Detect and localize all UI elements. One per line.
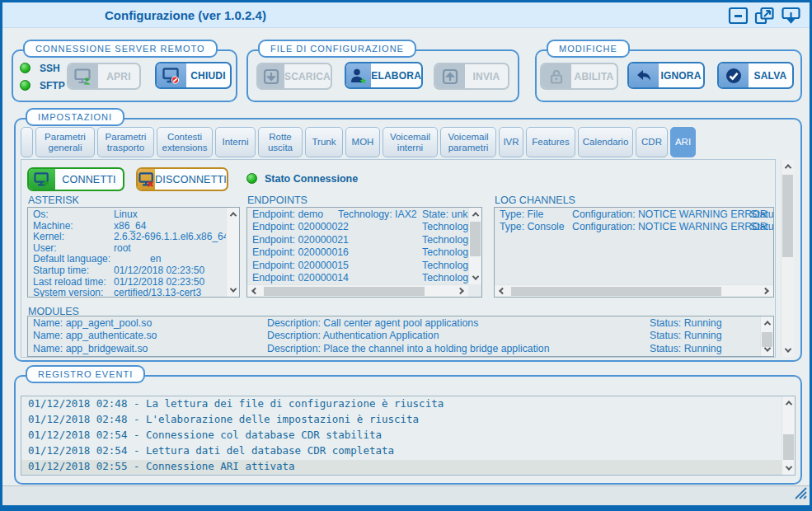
log-channels-hscrollbar[interactable] [495,284,773,297]
scroll-left-icon[interactable] [499,288,505,294]
list-row[interactable]: Name: app_bridgewait.soDescription: Plac… [28,343,760,355]
scarica-label: SCARICA [284,64,331,88]
ssh-label: SSH [40,63,60,74]
scroll-down-icon[interactable] [472,273,479,279]
tab-features[interactable]: Features [526,127,575,157]
apri-button[interactable]: APRI [67,63,141,90]
scroll-thumb[interactable] [782,175,793,257]
scroll-up-icon[interactable] [764,321,771,327]
scroll-down-icon[interactable] [764,345,771,351]
scroll-thumb[interactable] [783,434,794,460]
tab-label: Trunk [312,137,336,148]
maximize-popout-icon[interactable] [754,7,775,25]
chiudi-button[interactable]: CHIUDI [155,62,232,89]
scroll-up-icon[interactable] [786,401,792,407]
log-channels-section-label: LOG CHANNELS [495,195,575,206]
scroll-down-icon[interactable] [230,285,237,292]
scroll-thumb[interactable] [470,222,481,256]
list-row[interactable]: Endpoint: 020000021Technology: [247,234,468,246]
scroll-thumb[interactable] [511,287,721,296]
list-row[interactable]: Os:Linux [28,209,226,220]
list-row[interactable]: User:root [28,242,226,254]
scroll-right-icon[interactable] [457,288,463,294]
cell: Type: File [500,209,543,220]
list-row[interactable]: Default language:en [28,253,226,265]
cell: Technology: [422,260,468,271]
scroll-thumb[interactable] [264,287,425,296]
list-row[interactable]: Endpoint: 020000022Technology: [247,221,468,233]
tab-voicemail-parametri[interactable]: Voicemail parametri [440,127,496,157]
list-row[interactable]: Endpoint: demoTechnology: IAX2State: unk… [247,209,468,221]
list-row[interactable]: Last reload time:01/12/2018 02:23:50 [28,276,226,288]
user-process-icon [346,63,371,87]
tab-voicemail-interni[interactable]: Voicemail interni [383,127,438,157]
list-row[interactable]: Endpoint: 020000016Technology: [247,246,468,259]
abilita-button[interactable]: ABILITA [540,63,618,90]
list-row[interactable]: 01/12/2018 02:48 - La lettura dei file d… [21,397,781,413]
list-row[interactable]: Type: FileConfiguration: NOTICE WARNING … [495,209,773,221]
list-row[interactable]: Kernel:2.6.32-696.1.1.el6.x86_64 [28,231,226,242]
tab-calendario[interactable]: Calendario [578,127,633,157]
tabpanel-vscrollbar[interactable] [781,160,794,357]
cell: 01/12/2018 02:48 - L'elaborazione delle … [28,413,419,425]
ari-tab-panel: CONNETTI DISCONNETTI Stato Connessione A… [21,159,776,358]
tab-contesti-extensions[interactable]: Contesti extensions [157,127,213,157]
event-log-vscrollbar[interactable] [781,396,795,475]
scroll-down-icon[interactable] [785,345,791,352]
list-row[interactable]: 01/12/2018 02:54 - Lettura dati del data… [21,444,781,460]
tab-blank[interactable] [21,127,33,157]
tab-cdr[interactable]: CDR [636,127,668,157]
tab-ivr[interactable]: IVR [499,127,523,157]
connetti-button[interactable]: CONNETTI [27,167,124,191]
list-row[interactable]: Name: app_authenticate.soDescription: Au… [28,330,760,342]
tab-trunk[interactable]: Trunk [305,127,343,157]
lock-icon [542,64,571,88]
tab-interni[interactable]: Interni [215,127,256,157]
list-row[interactable]: Type: ConsoleConfiguration: NOTICE WARNI… [495,221,773,233]
scroll-right-icon[interactable] [762,288,768,294]
tab-rotte-uscita[interactable]: Rotte uscita [258,127,303,157]
list-row[interactable]: System version:certified/13.13-cert3 [28,287,226,297]
list-row[interactable]: 01/12/2018 02:48 - L'elaborazione delle … [21,413,781,429]
minimize-icon[interactable] [728,7,749,25]
window-controls [728,7,801,25]
group-label: CONNESSIONE SERVER REMOTO [23,40,218,58]
list-row[interactable]: Machine:x86_64 [28,220,226,232]
elabora-button[interactable]: ELABORA [345,62,423,89]
scarica-button[interactable]: SCARICA [256,63,332,90]
minimize-to-tray-icon[interactable] [781,7,801,25]
scroll-up-icon[interactable] [230,212,237,218]
list-row[interactable]: Startup time:01/12/2018 02:23:50 [28,265,226,276]
scroll-down-icon[interactable] [786,463,792,470]
scroll-left-icon[interactable] [251,288,258,294]
cell: Description: Place the channel into a ho… [267,343,550,354]
ignora-button[interactable]: IGNORA [627,62,705,89]
scroll-up-icon[interactable] [472,212,479,218]
cell: Name: app_bridgewait.so [33,343,148,354]
endpoints-vscrollbar[interactable] [468,208,481,284]
tab-parametri-generali[interactable]: Parametri generali [35,127,95,157]
list-row[interactable]: Endpoint: 020000014Technology: [247,272,468,284]
tab-moh[interactable]: MOH [345,127,380,157]
cell: Configuration: NOTICE WARNING ERROR [572,209,767,220]
asterisk-vscrollbar[interactable] [226,208,239,297]
group-registro-eventi: REGISTRO EVENTI 01/12/2018 02:48 - La le… [14,375,802,485]
list-row[interactable]: 01/12/2018 02:55 - Connessione ARI attiv… [21,460,781,475]
tab-label: Parametri trasporto [100,132,152,153]
endpoints-hscrollbar[interactable] [247,284,468,297]
list-row[interactable]: 01/12/2018 02:54 - Connessione col datab… [21,429,781,444]
tab-label: MOH [352,137,374,148]
cell: Name: app_agent_pool.so [33,317,152,329]
disconnetti-button[interactable]: DISCONNETTI [136,167,228,191]
invia-label: INVIA [465,64,508,88]
modules-vscrollbar[interactable] [760,316,773,356]
tab-parametri-trasporto[interactable]: Parametri trasporto [97,127,154,157]
list-row[interactable]: Endpoint: 020000015Technology: [247,260,468,272]
salva-button[interactable]: SALVA [717,62,794,89]
resize-grip-icon[interactable] [793,485,807,503]
list-row[interactable]: Name: app_agent_pool.soDescription: Call… [28,317,760,330]
invia-button[interactable]: INVIA [434,63,509,90]
cell: 2.6.32-696.1.1.el6.x86_64 [114,231,226,242]
tab-ari[interactable]: ARI [670,127,696,157]
scroll-up-icon[interactable] [785,164,791,171]
